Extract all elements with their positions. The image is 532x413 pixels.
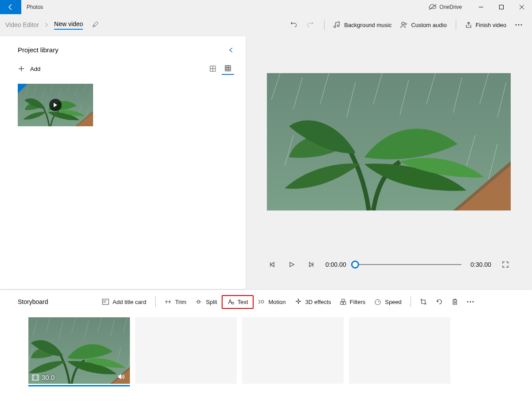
add-label: Add [30, 66, 40, 72]
svg-point-55 [469, 301, 471, 303]
storyboard-more-button[interactable] [462, 298, 478, 305]
collapse-panel-button[interactable] [228, 47, 234, 53]
svg-point-56 [472, 301, 473, 303]
close-button[interactable] [512, 0, 532, 14]
split-button[interactable]: Split [191, 296, 221, 308]
motion-button[interactable]: Motion [254, 296, 290, 308]
storyboard-empty-slot[interactable] [349, 317, 450, 384]
cloud-off-icon [429, 4, 437, 10]
filters-button[interactable]: Filters [336, 296, 370, 308]
playback-controls: 0:00.00 0:30.00 [267, 259, 511, 270]
grid-small-view-button[interactable] [222, 62, 234, 75]
main-area: Project library Add [0, 35, 532, 289]
split-label: Split [206, 299, 217, 305]
svg-rect-28 [225, 66, 231, 71]
svg-line-53 [378, 301, 379, 302]
export-icon [465, 21, 472, 28]
divider [456, 19, 456, 30]
time-current: 0:00.00 [325, 261, 346, 268]
library-clip[interactable] [18, 84, 93, 126]
trim-button[interactable]: Trim [160, 296, 191, 308]
rotate-button[interactable] [431, 296, 447, 308]
prev-frame-button[interactable] [267, 259, 278, 270]
next-frame-button[interactable] [306, 259, 317, 270]
divider [411, 296, 411, 307]
add-title-card-button[interactable]: Add title card [98, 296, 151, 308]
video-preview[interactable] [267, 73, 511, 210]
svg-point-19 [402, 22, 404, 25]
svg-rect-35 [102, 299, 109, 304]
maximize-button[interactable] [491, 0, 512, 14]
more-button[interactable] [511, 21, 527, 28]
delete-button[interactable] [447, 296, 462, 308]
rename-button[interactable] [92, 21, 99, 28]
svg-point-21 [518, 24, 520, 26]
sparkle-icon [295, 298, 302, 305]
play-button[interactable] [286, 259, 297, 270]
app-title: Photos [21, 4, 43, 10]
storyboard-title: Storyboard [18, 298, 98, 305]
breadcrumb-parent[interactable]: Video Editor [5, 21, 39, 28]
seek-bar[interactable] [355, 260, 462, 269]
storyboard-empty-slot[interactable] [242, 317, 344, 384]
background-music-label: Background music [344, 22, 391, 28]
add-title-card-label: Add title card [113, 299, 146, 305]
text-label: Text [238, 299, 248, 305]
svg-rect-43 [198, 300, 200, 303]
svg-line-14 [429, 4, 436, 10]
speed-label: Speed [385, 299, 402, 305]
clip-duration: 30.0 [42, 374, 55, 381]
person-audio-icon [400, 21, 407, 28]
chevron-right-icon [44, 23, 49, 27]
background-music-button[interactable]: Background music [329, 19, 396, 31]
clip-volume-button[interactable] [117, 373, 125, 380]
trim-icon [164, 299, 172, 304]
split-icon [195, 299, 202, 304]
undo-button[interactable] [286, 18, 303, 31]
play-icon [49, 99, 62, 111]
motion-label: Motion [269, 299, 286, 305]
redo-button[interactable] [303, 18, 320, 31]
grid-large-view-button[interactable] [207, 62, 219, 75]
project-library-title: Project library [18, 46, 228, 54]
finish-video-label: Finish video [476, 22, 506, 28]
music-icon [333, 21, 340, 28]
svg-rect-50 [340, 302, 343, 304]
svg-rect-49 [342, 299, 344, 302]
storyboard-empty-slot[interactable] [135, 317, 237, 384]
back-button[interactable] [0, 0, 21, 14]
preview-panel: 0:00.00 0:30.00 [246, 35, 532, 289]
text-icon [227, 299, 234, 305]
svg-rect-16 [500, 5, 504, 9]
divider [324, 19, 325, 30]
title-card-icon [102, 299, 109, 305]
onedrive-status[interactable]: OneDrive [429, 4, 462, 10]
3d-effects-button[interactable]: 3D effects [290, 296, 336, 308]
finish-video-button[interactable]: Finish video [461, 19, 511, 31]
seek-handle[interactable] [351, 261, 359, 269]
minimize-button[interactable] [471, 0, 491, 14]
speed-icon [374, 299, 381, 305]
titlebar: Photos OneDrive [0, 0, 532, 14]
divider [155, 296, 156, 307]
plus-icon [18, 65, 25, 72]
onedrive-label: OneDrive [439, 4, 462, 10]
trim-label: Trim [175, 299, 187, 305]
text-button[interactable]: Text [222, 295, 254, 309]
svg-rect-44 [232, 302, 234, 304]
breadcrumb-current: New video [54, 20, 83, 30]
fullscreen-button[interactable] [500, 259, 511, 270]
custom-audio-label: Custom audio [411, 22, 446, 28]
selected-corner-icon [18, 84, 27, 94]
motion-icon [258, 299, 265, 305]
filters-label: Filters [350, 299, 365, 305]
speed-button[interactable]: Speed [370, 296, 406, 308]
svg-point-54 [467, 301, 468, 303]
storyboard-clip[interactable]: 30.0 [28, 317, 130, 384]
svg-rect-57 [32, 375, 39, 380]
crop-button[interactable] [415, 296, 431, 308]
add-media-button[interactable]: Add [18, 65, 40, 72]
custom-audio-button[interactable]: Custom audio [396, 19, 451, 31]
breadcrumb: Video Editor New video [5, 20, 83, 30]
svg-point-45 [261, 300, 264, 303]
